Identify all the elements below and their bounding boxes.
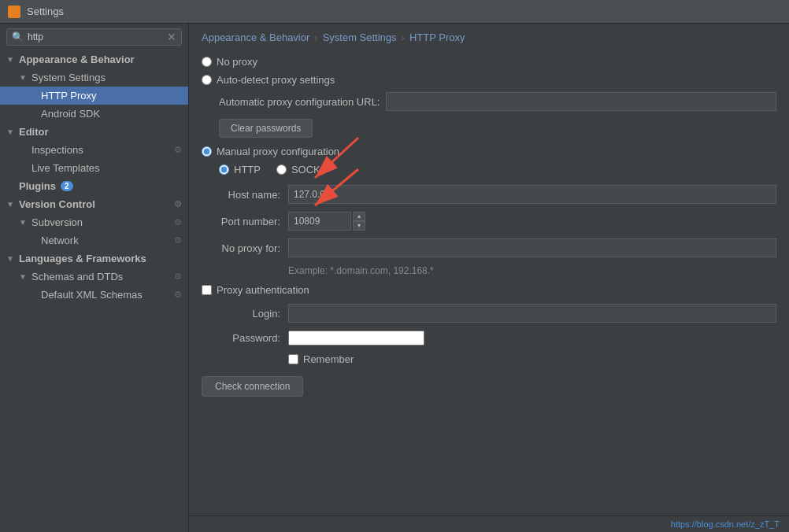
content-panel: Appearance & Behavior › System Settings … xyxy=(189,24,789,532)
remember-checkbox[interactable] xyxy=(288,354,298,364)
breadcrumb-part-1: System Settings xyxy=(323,31,397,43)
bottom-bar: https://blog.csdn.net/z_zT_T xyxy=(189,515,789,532)
host-name-input[interactable] xyxy=(288,185,776,204)
sidebar-item-arrow-subversion: ▼ xyxy=(19,218,28,227)
auto-detect-radio[interactable] xyxy=(202,75,212,85)
sidebar-icon-right-inspections: ⚙ xyxy=(174,145,182,155)
socks-radio[interactable] xyxy=(276,164,287,175)
port-number-input[interactable] xyxy=(288,212,351,231)
sidebar-item-http-proxy[interactable]: HTTP Proxy xyxy=(0,87,188,105)
no-proxy-radio[interactable] xyxy=(202,57,212,67)
sidebar-item-subversion[interactable]: ▼Subversion⚙ xyxy=(0,213,188,231)
port-decrement-button[interactable]: ▾ xyxy=(353,221,365,231)
remember-label[interactable]: Remember xyxy=(288,353,354,365)
sidebar-item-live-templates[interactable]: Live Templates xyxy=(0,159,188,177)
auto-detect-text: Auto-detect proxy settings xyxy=(217,74,335,86)
sidebar-icon-right-default-xml: ⚙ xyxy=(174,290,182,300)
sidebar-item-arrow-system-settings: ▼ xyxy=(19,73,28,82)
auto-config-url-row: Automatic proxy configuration URL: xyxy=(219,92,776,111)
breadcrumb: Appearance & Behavior › System Settings … xyxy=(189,24,789,50)
auto-detect-label[interactable]: Auto-detect proxy settings xyxy=(202,74,335,86)
login-label: Login: xyxy=(202,308,280,320)
clear-search-button[interactable]: ✕ xyxy=(167,31,176,42)
sidebar-item-languages[interactable]: ▼Languages & Frameworks xyxy=(0,249,188,268)
sidebar-item-label-languages: Languages & Frameworks xyxy=(19,253,146,264)
proxy-auth-checkbox[interactable] xyxy=(202,285,212,295)
check-connection-row: Check connection xyxy=(202,376,776,397)
manual-proxy-label[interactable]: Manual proxy configuration xyxy=(202,146,339,157)
search-bar: 🔍 ✕ xyxy=(6,28,182,46)
protocol-type-group: HTTP SOCKS xyxy=(219,164,776,175)
no-proxy-for-label: No proxy for: xyxy=(202,242,280,254)
manual-proxy-row: Manual proxy configuration xyxy=(202,146,776,157)
sidebar-item-network[interactable]: Network⚙ xyxy=(0,231,188,249)
sidebar-item-default-xml[interactable]: Default XML Schemas⚙ xyxy=(0,286,188,304)
proxy-auth-text: Proxy authentication xyxy=(217,284,309,296)
sidebar-item-label-android-sdk: Android SDK xyxy=(41,108,100,120)
settings-tree: ▼Appearance & Behavior▼System SettingsHT… xyxy=(0,50,188,304)
clear-passwords-button[interactable]: Clear passwords xyxy=(219,119,313,138)
clear-passwords-row: Clear passwords xyxy=(219,119,776,138)
url-text: https://blog.csdn.net/z_zT_T xyxy=(671,519,780,529)
sidebar-item-label-live-templates: Live Templates xyxy=(31,162,99,174)
auto-config-url-input[interactable] xyxy=(386,92,776,111)
app-icon xyxy=(8,6,20,18)
sidebar-item-label-inspections: Inspections xyxy=(31,144,83,156)
sidebar-item-system-settings[interactable]: ▼System Settings xyxy=(0,68,188,87)
login-input[interactable] xyxy=(288,304,776,323)
example-text: Example: *.domain.com, 192.168.* xyxy=(288,265,776,276)
sidebar-icon-right-schemas: ⚙ xyxy=(174,272,182,282)
sidebar: 🔍 ✕ ▼Appearance & Behavior▼System Settin… xyxy=(0,24,189,532)
sidebar-item-version-control[interactable]: ▼Version Control⚙ xyxy=(0,195,188,213)
breadcrumb-sep-0: › xyxy=(314,31,317,43)
sidebar-item-schemas[interactable]: ▼Schemas and DTDs⚙ xyxy=(0,268,188,286)
sidebar-item-label-appearance: Appearance & Behavior xyxy=(19,54,135,65)
sidebar-item-appearance[interactable]: ▼Appearance & Behavior xyxy=(0,50,188,68)
sidebar-icon-right-network: ⚙ xyxy=(174,235,182,246)
search-input[interactable] xyxy=(28,31,167,42)
http-radio-label[interactable]: HTTP xyxy=(219,164,261,175)
password-input[interactable] xyxy=(288,331,424,345)
sidebar-item-arrow-appearance: ▼ xyxy=(6,55,16,64)
socks-radio-label[interactable]: SOCKS xyxy=(276,164,328,175)
port-number-row: Port number: ▴ ▾ xyxy=(202,212,776,231)
sidebar-item-arrow-version-control: ▼ xyxy=(6,200,16,209)
password-row: Password: xyxy=(202,331,776,345)
sidebar-item-android-sdk[interactable]: Android SDK xyxy=(0,105,188,123)
sidebar-item-plugins[interactable]: Plugins2 xyxy=(0,177,188,195)
host-name-label: Host name: xyxy=(202,189,280,201)
sidebar-item-label-subversion: Subversion xyxy=(31,216,83,228)
window-title: Settings xyxy=(27,6,64,17)
check-connection-button[interactable]: Check connection xyxy=(202,376,303,397)
sidebar-item-arrow-languages: ▼ xyxy=(6,254,16,263)
sidebar-item-label-network: Network xyxy=(41,235,79,246)
no-proxy-for-row: No proxy for: xyxy=(202,238,776,257)
main-layout: 🔍 ✕ ▼Appearance & Behavior▼System Settin… xyxy=(0,24,789,532)
no-proxy-label[interactable]: No proxy xyxy=(202,56,257,68)
sidebar-item-arrow-editor: ▼ xyxy=(6,127,16,136)
sidebar-badge-plugins: 2 xyxy=(61,181,73,191)
sidebar-item-arrow-schemas: ▼ xyxy=(19,272,28,281)
proxy-auth-label[interactable]: Proxy authentication xyxy=(202,284,309,296)
sidebar-item-inspections[interactable]: Inspections⚙ xyxy=(0,141,188,159)
no-proxy-row: No proxy xyxy=(202,56,776,68)
sidebar-icon-right-subversion: ⚙ xyxy=(174,217,182,227)
host-name-row: Host name: xyxy=(202,185,776,204)
sidebar-item-editor[interactable]: ▼Editor xyxy=(0,123,188,141)
port-input-wrap: ▴ ▾ xyxy=(288,212,365,231)
sidebar-item-label-plugins: Plugins xyxy=(19,180,56,192)
manual-proxy-radio[interactable] xyxy=(202,146,212,157)
auto-detect-row: Auto-detect proxy settings xyxy=(202,74,776,86)
remember-text: Remember xyxy=(303,353,354,365)
sidebar-item-label-editor: Editor xyxy=(19,126,49,138)
http-radio[interactable] xyxy=(219,164,229,175)
port-increment-button[interactable]: ▴ xyxy=(353,212,365,221)
sidebar-item-label-version-control: Version Control xyxy=(19,198,95,210)
title-bar: Settings xyxy=(0,0,789,24)
breadcrumb-part-0: Appearance & Behavior xyxy=(202,31,309,43)
port-number-label: Port number: xyxy=(202,216,280,227)
sidebar-icon-right-version-control: ⚙ xyxy=(174,199,182,209)
no-proxy-for-input[interactable] xyxy=(288,238,776,257)
socks-text: SOCKS xyxy=(291,164,328,175)
password-label: Password: xyxy=(202,332,280,344)
